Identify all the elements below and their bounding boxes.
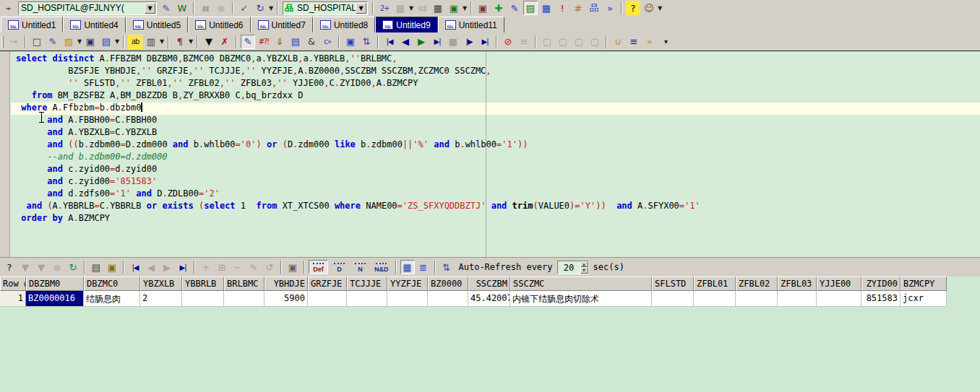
single-record-view-icon[interactable]: ▣	[285, 260, 300, 274]
macro-run-icon-dropdown-icon[interactable]: ▼	[188, 38, 194, 45]
grid-cell-yjje00[interactable]	[817, 291, 861, 307]
record-last-icon[interactable]: ▶|	[176, 260, 190, 274]
spinner-down-icon[interactable]: ▼	[580, 267, 588, 274]
org-chart-icon[interactable]: 品	[587, 1, 601, 15]
grid-cell-bzmcpy[interactable]: jcxr	[901, 291, 947, 307]
window-list-icon[interactable]: ▣	[476, 1, 490, 15]
connect-plug-icon[interactable]: ⌁	[1, 1, 16, 15]
mode-number-button[interactable]: N	[351, 260, 370, 274]
column-header-zyid00[interactable]: ZYID00	[861, 276, 901, 291]
row-view-icon[interactable]: ≣	[416, 260, 431, 274]
column-header-dbzmc0[interactable]: DBZMC0	[84, 276, 140, 291]
code-line[interactable]: and c.zyid00='851583'	[11, 176, 980, 188]
column-header-row-[interactable]: Row #	[0, 276, 26, 291]
tab-untitled5[interactable]: SQLUntitled5	[126, 17, 188, 32]
connection-combo[interactable]: SD_HOSPITAL@FJLNYY(▼	[18, 1, 157, 15]
code-line[interactable]: and A.FBBH00=C.FBBH00	[11, 115, 980, 127]
split-columns-icon[interactable]: ▥	[144, 35, 158, 49]
chevron-down-icon[interactable]: ▼	[356, 3, 366, 14]
code-line[interactable]: order by A.BZMCPY	[11, 213, 980, 225]
column-header-ybhdje[interactable]: YBHDJE	[265, 276, 308, 291]
column-header-zfbl01[interactable]: ZFBL01	[694, 276, 736, 291]
more-chevrons-icon[interactable]: »	[642, 35, 657, 49]
save-all-icon-dropdown-icon[interactable]: ▼	[114, 38, 120, 45]
tab-untitled11[interactable]: SQLUntitled11	[438, 17, 504, 32]
archive-down-icon[interactable]: ⇓	[272, 35, 287, 49]
column-header-grzfje[interactable]: GRZFJE	[308, 276, 347, 291]
user-profile-icon[interactable]: ☺	[642, 1, 656, 15]
explain-plan-icon[interactable]: ≡	[627, 35, 641, 49]
grid-refresh-icon[interactable]: ↻	[66, 260, 80, 274]
grid-cell-bz0000[interactable]	[428, 291, 468, 307]
column-header-dbzbm0[interactable]: DBZBM0	[26, 276, 84, 291]
column-header-ybzxlb[interactable]: YBZXLB	[140, 276, 182, 291]
grid-cell-sflstd[interactable]	[652, 291, 694, 307]
tab-untitled4[interactable]: SQLUntitled4	[63, 17, 125, 32]
ampersand-icon[interactable]: &	[304, 35, 319, 49]
sort-lines-icon[interactable]: ⇅	[359, 35, 374, 49]
sql-editor[interactable]: select distinct A.FFBZBM DBZBM0,BZMC00 D…	[0, 51, 980, 257]
tab-untitled1[interactable]: SQLUntitled1	[1, 17, 63, 32]
run-prev-icon[interactable]: ◀	[398, 35, 413, 49]
edit-document-icon[interactable]: ✎	[507, 1, 522, 15]
column-header-ssczmc[interactable]: SSCZMC	[510, 276, 652, 291]
toolbar-overflow-icon[interactable]: ▾	[658, 35, 673, 49]
tab-untitled8[interactable]: SQLUntitled8	[313, 17, 375, 32]
refresh-session-icon[interactable]: ↻	[253, 1, 267, 15]
column-header-tcjjje[interactable]: TCJJJE	[347, 276, 387, 291]
print-icon[interactable]: ▤	[89, 260, 103, 274]
copy-binary-icon-dropdown-icon[interactable]: ▼	[408, 5, 414, 12]
column-header-sflstd[interactable]: SFLSTD	[652, 276, 694, 291]
colored-grid-icon[interactable]: #	[571, 1, 585, 15]
export-save-icon[interactable]: ▣	[105, 260, 119, 274]
refresh-session-icon-dropdown-icon[interactable]: ▼	[268, 5, 274, 12]
grid-cell-zyid00[interactable]: 851583	[861, 291, 901, 307]
highlight-ab-icon[interactable]: ab	[128, 35, 142, 49]
run-play-icon[interactable]: ▶	[414, 35, 429, 49]
code-line[interactable]: '' SFLSTD,'' ZFBL01,'' ZFBL02,'' ZFBL03,…	[11, 78, 980, 90]
grid-cell-brlbmc[interactable]	[224, 291, 265, 307]
new-instance-icon[interactable]: 2+	[377, 1, 392, 15]
sql-warning-icon[interactable]: !	[555, 1, 569, 15]
grid-cell-ssczbm[interactable]: 45.42007	[468, 291, 510, 307]
grid-cell-zfbl03[interactable]	[778, 291, 817, 307]
calendar-icon[interactable]: ▦	[539, 1, 554, 15]
doc-list-icon[interactable]: ▤	[288, 35, 303, 49]
commit-icon[interactable]: ✓	[237, 1, 252, 15]
column-header-bz0000[interactable]: BZ0000	[428, 276, 468, 291]
mode-default-button[interactable]: Def	[309, 260, 328, 274]
error-marks-icon[interactable]: #?!	[257, 35, 271, 49]
spinner-up-icon[interactable]: ▲	[580, 261, 588, 268]
record-first-icon[interactable]: |◀	[128, 260, 142, 274]
grid-cell-grzfje[interactable]	[308, 291, 347, 307]
new-document-icon[interactable]: □	[30, 35, 44, 49]
grid-cell-dbzmc0[interactable]: 结肠息肉	[84, 291, 140, 307]
open-folder-icon[interactable]: ▨	[61, 35, 76, 49]
chevron-down-icon[interactable]: ▼	[145, 3, 155, 14]
code-line[interactable]: and c.zyid00=d.zyid00	[11, 164, 980, 176]
grid-cell-ssczmc[interactable]: 内镜下结肠息肉切除术	[510, 291, 652, 307]
code-line[interactable]: BZSFJE YBHDJE,'' GRZFJE,'' TCJJJE,'' YYZ…	[11, 66, 980, 78]
code-line[interactable]: and ((b.zdbm00=D.zdm000 and b.whlb00='0'…	[11, 139, 980, 152]
grid-cell-yyzfje[interactable]	[387, 291, 428, 307]
run-step-icon[interactable]: ▶|	[430, 35, 444, 49]
grid-cell-zfbl01[interactable]	[694, 291, 736, 307]
mode-number-date-button[interactable]: N&D	[371, 260, 392, 274]
copy-structure-icon[interactable]: ▣	[343, 35, 358, 49]
filter-icon[interactable]: ▼	[202, 35, 216, 49]
column-header-brlbmc[interactable]: BRLBMC	[224, 276, 265, 291]
describe-icon[interactable]: ✎	[46, 35, 60, 49]
mode-date-button[interactable]: D	[330, 260, 349, 274]
grid-cell-zfbl02[interactable]	[736, 291, 778, 307]
test-beaker-icon[interactable]: ∪	[611, 35, 625, 49]
schema-combo[interactable]: 品SD_HOSPITAL▼	[283, 1, 368, 15]
filter-clear-icon[interactable]: ✗	[218, 35, 232, 49]
session-log-icon[interactable]: ✎	[159, 1, 173, 15]
save-all-icon[interactable]: ▤	[99, 35, 113, 49]
column-header-ybbrlb[interactable]: YBBRLB	[182, 276, 224, 291]
export-picture-icon-dropdown-icon[interactable]: ▼	[462, 5, 468, 12]
grid-cell-tcjjje[interactable]	[347, 291, 387, 307]
tab-untitled6[interactable]: SQLUntitled6	[188, 17, 250, 32]
code-line[interactable]: select distinct A.FFBZBM DBZBM0,BZMC00 D…	[11, 53, 980, 66]
run-first-icon[interactable]: |◀	[382, 35, 397, 49]
